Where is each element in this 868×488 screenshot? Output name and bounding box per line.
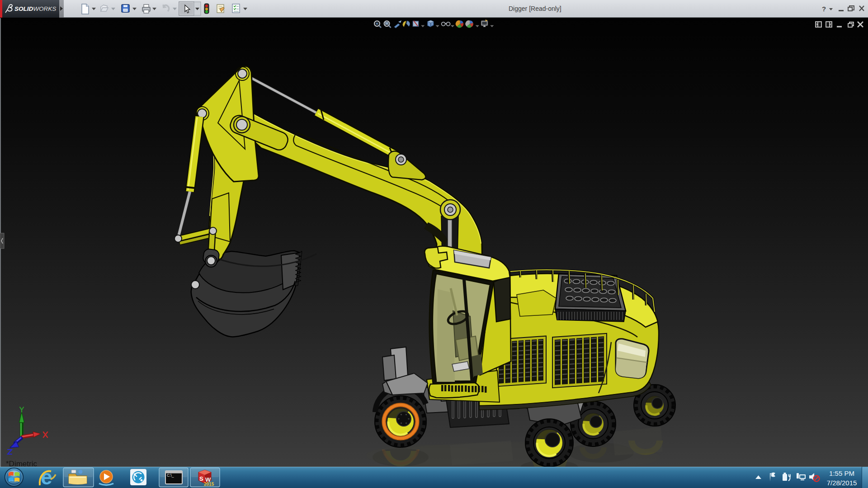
svg-text:e: e	[41, 467, 52, 488]
svg-text:2015: 2015	[204, 482, 214, 487]
svg-text:S: S	[199, 475, 203, 482]
svg-text:?: ?	[822, 5, 826, 13]
svg-text:C:\_: C:\_	[167, 473, 174, 478]
